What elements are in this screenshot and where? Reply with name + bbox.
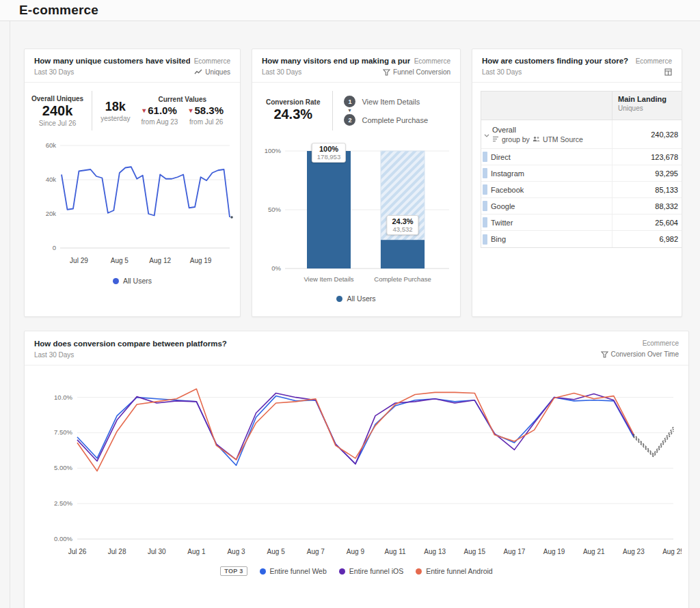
down-arrow-icon: ▾: [189, 107, 192, 114]
table-value: 240,328: [612, 120, 682, 148]
series-swatch: [483, 217, 487, 227]
svg-text:40k: 40k: [45, 176, 56, 183]
svg-text:Aug 17: Aug 17: [503, 548, 525, 555]
legend-item-web[interactable]: Entire funnel Web: [260, 567, 327, 575]
uniques-card-title[interactable]: How many unique customers have visited .…: [34, 57, 190, 65]
svg-text:100%: 100%: [265, 147, 282, 154]
svg-text:Aug 5: Aug 5: [267, 548, 285, 555]
top-cards-row: How many unique customers have visited .…: [24, 49, 689, 317]
current-values-block: Current Values ▾61.0% from Aug 23 ▾58.3%…: [131, 96, 235, 126]
sources-card-title[interactable]: How are customers finding your store?: [482, 57, 628, 65]
funnel-bars[interactable]: 100%50%0%View Item DetailsComplete Purch…: [260, 141, 452, 293]
table-grid-icon: [664, 68, 672, 76]
svg-text:Aug 11: Aug 11: [384, 548, 405, 555]
funnel-app-label[interactable]: Ecommerce: [414, 57, 450, 65]
top-bar: E-commerce: [0, 0, 700, 21]
funnel-label-step1: 100% 178,953: [312, 143, 346, 163]
table-value: 25,604: [612, 215, 682, 230]
funnel-icon: [601, 351, 608, 358]
table-value: 88,332: [612, 198, 682, 214]
platforms-line-chart[interactable]: 10.0%7.50%5.00%2.50%0.00%Jul 26Jul 28Jul…: [32, 375, 682, 564]
table-row-google[interactable]: Google 88,332: [481, 198, 682, 215]
legend-dot: [260, 568, 266, 575]
stats-divider: [92, 91, 92, 130]
legend-dot: [336, 296, 342, 302]
svg-text:7.50%: 7.50%: [54, 428, 72, 436]
svg-text:Jul 29: Jul 29: [70, 257, 88, 264]
page-title: E-commerce: [19, 3, 98, 18]
svg-text:Jul 30: Jul 30: [147, 548, 165, 555]
funnel-chart-type: Funnel Conversion: [383, 68, 450, 76]
sources-app-label[interactable]: Ecommerce: [636, 57, 672, 65]
svg-text:Aug 1: Aug 1: [187, 548, 206, 555]
platforms-card-title[interactable]: How does conversion compare between plat…: [34, 340, 227, 348]
svg-text:Aug 3: Aug 3: [227, 548, 245, 555]
platforms-app-label[interactable]: Ecommerce: [605, 340, 679, 347]
svg-text:Aug 5: Aug 5: [110, 257, 129, 264]
uniques-card: How many unique customers have visited .…: [24, 49, 241, 317]
conversion-rate-value: 24.3%: [266, 107, 320, 122]
table-row-direct[interactable]: Direct 123,678: [481, 149, 682, 165]
platforms-date-range: Last 30 Days: [34, 351, 227, 359]
legend-item-ios[interactable]: Entire funnel iOS: [339, 567, 403, 575]
series-swatch: [483, 184, 487, 195]
funnel-steps: 1 View Item Details ▾ 2 Complete Purchas…: [341, 96, 428, 126]
legend-dot: [416, 568, 422, 575]
svg-text:Aug 13: Aug 13: [424, 548, 446, 555]
sources-card-header: How are customers finding your store? Ec…: [472, 49, 682, 83]
uniques-line-chart[interactable]: 60k40k20k0Jul 29Aug 5Aug 12Aug 19: [30, 139, 235, 275]
svg-text:Aug 15: Aug 15: [463, 548, 485, 555]
top3-badge: TOP 3: [220, 566, 247, 576]
table-row-overall[interactable]: Overall group by UTM Source 240: [481, 120, 682, 149]
uniques-card-header: How many unique customers have visited .…: [25, 49, 240, 83]
delta-aug23: ▾61.0% from Aug 23: [142, 105, 178, 126]
svg-text:Aug 25: Aug 25: [662, 548, 682, 555]
svg-text:Aug 12: Aug 12: [149, 257, 171, 264]
table-value: 85,133: [612, 182, 682, 197]
uniques-app-label[interactable]: Ecommerce: [194, 57, 230, 65]
funnel-icon: [383, 69, 390, 76]
funnel-legend[interactable]: All Users: [252, 294, 460, 303]
svg-text:2.50%: 2.50%: [54, 499, 72, 507]
sources-chart-type: [664, 68, 672, 76]
table-row-bing[interactable]: Bing 6,982: [481, 231, 682, 247]
svg-text:Aug 21: Aug 21: [582, 548, 604, 555]
legend-item-android[interactable]: Entire funnel Android: [416, 567, 492, 575]
platforms-legend: TOP 3 Entire funnel Web Entire funnel iO…: [25, 566, 688, 576]
table-value: 93,295: [612, 165, 682, 181]
funnel-step-1[interactable]: 1 View Item Details: [344, 96, 428, 107]
series-swatch: [483, 234, 487, 245]
table-row-instagram[interactable]: Instagram 93,295: [481, 165, 682, 182]
svg-text:0.00%: 0.00%: [54, 535, 72, 542]
svg-text:Complete Purchase: Complete Purchase: [374, 275, 431, 283]
table-row-twitter[interactable]: Twitter 25,604: [481, 215, 682, 231]
sources-date-range: Last 30 Days: [482, 68, 522, 76]
uniques-legend[interactable]: All Users: [25, 277, 240, 285]
svg-text:20k: 20k: [45, 210, 56, 217]
table-value: 6,982: [612, 231, 682, 247]
funnel-card-title[interactable]: How many visitors end up making a purcha…: [262, 57, 410, 65]
column-header-title[interactable]: Main Landing: [618, 95, 677, 103]
svg-text:5.00%: 5.00%: [54, 464, 72, 471]
table-row-facebook[interactable]: Facebook 85,133: [481, 182, 682, 198]
step-down-caret-icon: ▾: [348, 109, 428, 113]
series-swatch: [483, 168, 487, 178]
svg-text:Aug 19: Aug 19: [543, 548, 565, 555]
funnel-card: How many visitors end up making a purcha…: [252, 49, 461, 317]
funnel-step-2[interactable]: 2 Complete Purchase: [344, 114, 428, 126]
svg-text:View Item Details: View Item Details: [304, 275, 353, 283]
table-value: 123,678: [612, 149, 682, 165]
overall-uniques-value: 240k: [31, 103, 83, 119]
funnel-date-range: Last 30 Days: [262, 68, 301, 76]
utm-source-table: Main Landing Uniques Overall: [481, 91, 682, 248]
legend-dot: [113, 278, 119, 284]
chevron-down-icon[interactable]: [481, 130, 492, 139]
platforms-card-header: How does conversion compare between plat…: [25, 331, 688, 365]
trend-line-icon: [194, 69, 202, 75]
platforms-chart-type: Conversion Over Time: [601, 350, 679, 358]
svg-text:Aug 23: Aug 23: [623, 548, 645, 555]
funnel-chart[interactable]: 100%50%0%View Item DetailsComplete Purch…: [260, 141, 452, 293]
overall-uniques-stat: Overall Uniques 240k Since Jul 26: [31, 95, 83, 127]
column-header-sub: Uniques: [618, 105, 677, 112]
yesterday-value: 18k: [100, 100, 130, 114]
